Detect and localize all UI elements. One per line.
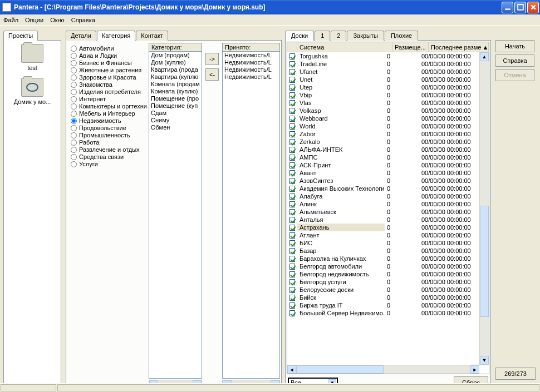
list-item[interactable]: Сдам (149, 110, 202, 117)
checkbox[interactable] (289, 162, 295, 168)
checkbox[interactable] (289, 302, 295, 309)
col-placed[interactable]: Размеще... (392, 42, 429, 52)
category-radio[interactable]: Продовольствие (68, 125, 146, 132)
table-row[interactable]: Белгород автомобили000/00/00 00:00:00 (287, 262, 479, 270)
table-row[interactable]: Ufanet000/00/00 00:00:00 (287, 68, 479, 76)
list-item[interactable]: Комната (куплю) (149, 88, 202, 95)
table-row[interactable]: Алинк000/00/00 00:00:00 (287, 200, 479, 208)
table-row[interactable]: Vbip000/00/00 00:00:00 (287, 91, 479, 99)
tab-Категория[interactable]: Категория (97, 31, 135, 41)
checkbox[interactable] (289, 225, 295, 231)
table-row[interactable]: TradeLine000/00/00 00:00:00 (287, 60, 479, 68)
col-system[interactable]: Система (297, 42, 392, 52)
table-row[interactable]: Zabor000/00/00 00:00:00 (287, 130, 479, 138)
list-item[interactable]: Дом (продам) (149, 52, 202, 59)
list-item[interactable]: Недвижимость/L (223, 59, 279, 66)
list-item[interactable]: Квартира (прода (149, 66, 202, 73)
table-row[interactable]: Академия Высоких Технологий000/00/00 00:… (287, 185, 479, 192)
checkbox[interactable] (289, 108, 295, 114)
tab-boards-2[interactable]: 2 (331, 31, 346, 41)
accepted-listbox[interactable]: Недвижимость/LНедвижимость/LНедвижимость… (222, 51, 280, 379)
table-row[interactable]: Астрахань000/00/00 00:00:00 (287, 224, 479, 231)
help-button[interactable]: Справка (495, 54, 534, 67)
add-category-button[interactable]: -> (205, 53, 219, 65)
table-row[interactable]: Белгород недвижимость000/00/00 00:00:00 (287, 270, 479, 278)
checkbox[interactable] (289, 123, 295, 130)
table-row[interactable]: Torgushka000/00/00 00:00:00 (287, 52, 479, 60)
category-radio[interactable]: Животные и растения (68, 67, 146, 74)
checkbox[interactable] (289, 209, 295, 215)
list-item[interactable]: Помещение (куп (149, 102, 202, 110)
table-row[interactable]: Webboard000/00/00 00:00:00 (287, 115, 479, 122)
tab-boards-3[interactable]: Закрыты (347, 31, 384, 41)
categories-listbox[interactable]: Дом (продам)Дом (куплю)Квартира (продаКв… (149, 51, 202, 379)
table-row[interactable]: АМПС000/00/00 00:00:00 (287, 153, 479, 161)
checkbox[interactable] (289, 100, 295, 106)
checkbox[interactable] (289, 147, 295, 153)
menu-Окно[interactable]: Окно (50, 17, 65, 23)
tab-boards-0[interactable]: Доски (285, 31, 314, 41)
list-item[interactable]: Сниму (149, 117, 202, 124)
col-check[interactable] (287, 42, 297, 52)
table-row[interactable]: Авант000/00/00 00:00:00 (287, 169, 479, 177)
category-radio[interactable]: Интернет (68, 96, 146, 103)
table-row[interactable]: Базар000/00/00 00:00:00 (287, 247, 479, 255)
table-row[interactable]: Zerkalo000/00/00 00:00:00 (287, 138, 479, 146)
checkbox[interactable] (289, 77, 295, 83)
table-row[interactable]: Биржа труда IT000/00/00 00:00:00 (287, 301, 479, 309)
category-radio[interactable]: Автомобили (68, 45, 146, 52)
category-radio[interactable]: Компьютеры и оргтехни (68, 103, 146, 110)
table-row[interactable]: Алабуга000/00/00 00:00:00 (287, 192, 479, 200)
maximize-button[interactable] (514, 2, 526, 13)
tab-Детали[interactable]: Детали (66, 31, 96, 41)
checkbox[interactable] (289, 287, 295, 293)
table-row[interactable]: АЛЬФА-ИНТЕК000/00/00 00:00:00 (287, 146, 479, 153)
tab-boards-4[interactable]: Плохие (385, 31, 418, 41)
table-row[interactable]: Белорусские доски000/00/00 00:00:00 (287, 286, 479, 294)
checkbox[interactable] (289, 193, 295, 200)
menu-Справка[interactable]: Справка (71, 17, 95, 23)
category-radio[interactable]: Недвижимость (68, 117, 146, 125)
category-radio[interactable]: Знакомства (68, 81, 146, 88)
checkbox[interactable] (289, 170, 295, 176)
table-row[interactable]: АзовСинтез000/00/00 00:00:00 (287, 177, 479, 185)
tab-Контакт[interactable]: Контакт (136, 31, 168, 41)
table-row[interactable]: World000/00/00 00:00:00 (287, 122, 479, 130)
list-item[interactable]: Недвижимость/L (223, 66, 279, 73)
list-item[interactable]: Дом (куплю) (149, 59, 202, 66)
checkbox[interactable] (289, 69, 295, 75)
checkbox[interactable] (289, 256, 295, 262)
category-radio[interactable]: Промышленность (68, 132, 146, 139)
col-last[interactable]: Последнее разме▲ (429, 42, 489, 52)
tab-projects[interactable]: Проекты (3, 31, 38, 41)
checkbox[interactable] (289, 279, 295, 285)
table-row[interactable]: Белгород услуги000/00/00 00:00:00 (287, 278, 479, 286)
category-radio[interactable]: Мебель и Интерьер (68, 110, 146, 117)
checkbox[interactable] (289, 248, 295, 254)
project-item[interactable]: test (5, 44, 60, 71)
table-row[interactable]: Анталья000/00/00 00:00:00 (287, 216, 479, 224)
category-radio[interactable]: Средства связи (68, 153, 146, 161)
table-row[interactable]: Альметьевск000/00/00 00:00:00 (287, 208, 479, 216)
list-item[interactable]: Обмен (149, 124, 202, 131)
start-button[interactable]: Начать (495, 40, 534, 52)
checkbox[interactable] (289, 240, 295, 246)
menu-Опции[interactable]: Опции (25, 17, 43, 23)
category-radio[interactable]: Здоровье и Красота (68, 74, 146, 81)
category-radio[interactable]: Работа (68, 139, 146, 146)
category-radio[interactable]: Услуги (68, 161, 146, 168)
category-radio[interactable]: Бизнес и Финансы (68, 59, 146, 67)
checkbox[interactable] (289, 53, 295, 59)
checkbox[interactable] (289, 61, 295, 67)
boards-hscroll[interactable]: ◄► (287, 365, 479, 374)
checkbox[interactable] (289, 217, 295, 223)
checkbox[interactable] (289, 186, 295, 192)
checkbox[interactable] (289, 271, 295, 277)
table-row[interactable]: Бийск000/00/00 00:00:00 (287, 294, 479, 301)
checkbox[interactable] (289, 295, 295, 301)
category-radio[interactable]: Развлечение и отдых (68, 146, 146, 153)
checkbox[interactable] (289, 264, 295, 270)
table-row[interactable]: Барахолка на Куличках000/00/00 00:00:00 (287, 255, 479, 262)
checkbox[interactable] (289, 201, 295, 207)
checkbox[interactable] (289, 116, 295, 122)
